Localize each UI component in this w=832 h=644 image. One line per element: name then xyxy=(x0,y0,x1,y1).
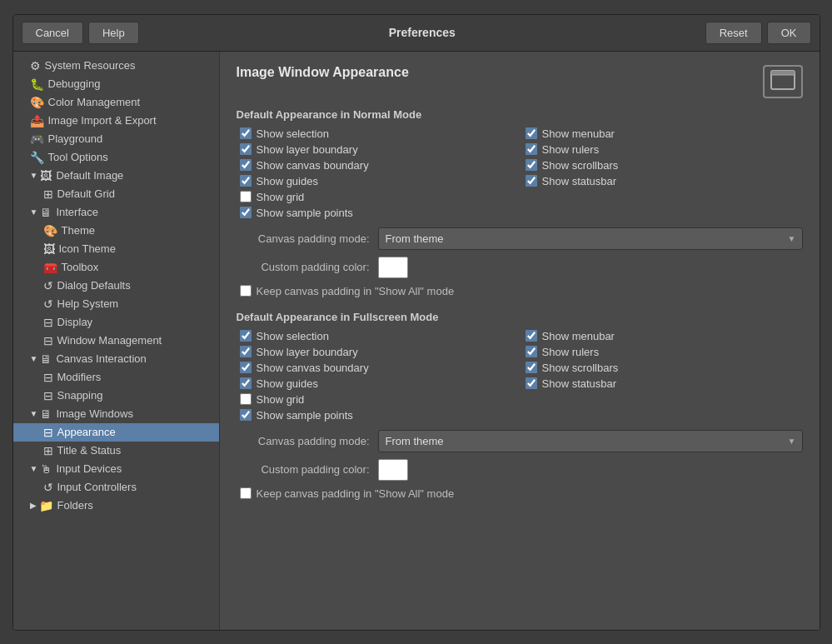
checkbox-show-canvas-boundary-normal[interactable]: Show canvas boundary xyxy=(240,159,517,172)
custom-padding-color-full-row: Custom padding color: xyxy=(237,459,803,481)
canvas-padding-mode-normal-select[interactable]: From theme Light checks Dark checks Cust… xyxy=(378,227,803,250)
sidebar-item-icon-theme[interactable]: 🖼Icon Theme xyxy=(13,240,219,258)
checkbox-show-selection-full[interactable]: Show selection xyxy=(240,330,517,342)
canvas-padding-mode-full-select[interactable]: From theme Light checks Dark checks Cust… xyxy=(378,430,803,452)
sidebar-item-label: Input Controllers xyxy=(57,481,137,493)
sidebar-item-system-resources[interactable]: ⚙System Resources xyxy=(13,57,219,75)
reset-button[interactable]: Reset xyxy=(705,22,762,44)
canvas-padding-mode-normal-row: Canvas padding mode: From theme Light ch… xyxy=(237,227,803,250)
canvas-padding-mode-normal-dropdown-wrap: From theme Light checks Dark checks Cust… xyxy=(378,227,803,250)
canvas-padding-mode-full-label: Canvas padding mode: xyxy=(237,435,370,447)
sidebar-item-image-windows[interactable]: ▼🖥Image Windows xyxy=(13,405,219,423)
keep-padding-normal-row[interactable]: Keep canvas padding in "Show All" mode xyxy=(237,285,803,297)
sidebar: ⚙System Resources🐛Debugging🎨Color Manage… xyxy=(13,52,220,630)
sidebar-item-default-image[interactable]: ▼🖼Default Image xyxy=(13,167,219,185)
checkbox-show-layer-boundary-full[interactable]: Show layer boundary xyxy=(240,346,517,358)
checkbox-show-rulers-normal[interactable]: Show rulers xyxy=(526,143,803,156)
sidebar-item-label: Dialog Defaults xyxy=(57,279,131,292)
canvas-interaction-icon: 🖥 xyxy=(40,352,52,366)
sidebar-item-label: System Resources xyxy=(45,59,136,72)
sidebar-item-theme[interactable]: 🎨Theme xyxy=(13,222,219,240)
checkbox-show-guides-normal[interactable]: Show guides xyxy=(240,175,517,187)
sidebar-item-playground[interactable]: 🎮Playground xyxy=(13,130,219,148)
help-system-icon: ↺ xyxy=(43,297,53,311)
custom-padding-color-full-label: Custom padding color: xyxy=(237,463,370,476)
sidebar-item-display[interactable]: ⊟Display xyxy=(13,313,219,332)
cancel-button[interactable]: Cancel xyxy=(22,22,83,44)
system-resources-icon: ⚙ xyxy=(30,59,41,72)
sidebar-item-help-system[interactable]: ↺Help System xyxy=(13,295,219,313)
sidebar-item-title-status[interactable]: ⊞Title & Status xyxy=(13,442,219,460)
sidebar-item-label: Tool Options xyxy=(48,151,108,163)
arrow-icon: ▼ xyxy=(30,464,38,473)
section-icon xyxy=(763,65,803,98)
header: Cancel Help Preferences Reset OK xyxy=(13,15,820,52)
sidebar-item-label: Interface xyxy=(56,206,98,218)
sidebar-item-label: Theme xyxy=(62,224,95,237)
checkbox-show-menubar-full[interactable]: Show menubar xyxy=(526,330,803,342)
main-content: Image Window Appearance Default Appearan… xyxy=(220,52,820,630)
sidebar-item-window-management[interactable]: ⊟Window Management xyxy=(13,332,219,350)
preferences-dialog: Cancel Help Preferences Reset OK ⚙System… xyxy=(12,14,820,631)
custom-padding-color-full-swatch[interactable] xyxy=(378,459,408,481)
sidebar-item-label: Modifiers xyxy=(57,371,102,383)
checkbox-show-selection-normal[interactable]: Show selection xyxy=(240,127,517,140)
image-import-export-icon: 📤 xyxy=(30,114,44,127)
sidebar-item-label: Default Image xyxy=(56,169,123,182)
folders-icon: 📁 xyxy=(39,499,53,512)
sidebar-item-label: Image Import & Export xyxy=(48,114,157,127)
interface-icon: 🖥 xyxy=(40,206,52,219)
keep-padding-full-row[interactable]: Keep canvas padding in "Show All" mode xyxy=(237,487,803,500)
custom-padding-color-normal-row: Custom padding color: xyxy=(237,257,803,278)
sidebar-item-input-controllers[interactable]: ↺Input Controllers xyxy=(13,478,219,497)
arrow-icon: ▼ xyxy=(30,207,38,217)
sidebar-item-color-management[interactable]: 🎨Color Management xyxy=(13,93,219,112)
checkbox-show-menubar-normal[interactable]: Show menubar xyxy=(526,127,803,140)
sidebar-item-appearance[interactable]: ⊟Appearance xyxy=(13,423,219,442)
custom-padding-color-normal-swatch[interactable] xyxy=(378,257,408,278)
checkbox-show-layer-boundary-normal[interactable]: Show layer boundary xyxy=(240,143,517,156)
body: ⚙System Resources🐛Debugging🎨Color Manage… xyxy=(13,52,820,630)
checkbox-show-sample-points-full[interactable]: Show sample points xyxy=(240,409,517,422)
arrow-icon: ▶ xyxy=(30,501,37,510)
ok-button[interactable]: OK xyxy=(767,22,811,44)
debugging-icon: 🐛 xyxy=(30,77,44,91)
checkbox-show-statusbar-full[interactable]: Show statusbar xyxy=(526,377,803,390)
sidebar-item-label: Canvas Interaction xyxy=(56,352,146,365)
default-grid-icon: ⊞ xyxy=(43,187,53,201)
sidebar-item-label: Default Grid xyxy=(57,187,115,200)
checkbox-show-rulers-full[interactable]: Show rulers xyxy=(526,346,803,358)
checkbox-show-scrollbars-full[interactable]: Show scrollbars xyxy=(526,362,803,374)
sidebar-item-image-import-export[interactable]: 📤Image Import & Export xyxy=(13,112,219,130)
sidebar-item-default-grid[interactable]: ⊞Default Grid xyxy=(13,185,219,203)
sidebar-item-interface[interactable]: ▼🖥Interface xyxy=(13,203,219,222)
checkbox-show-scrollbars-normal[interactable]: Show scrollbars xyxy=(526,159,803,172)
checkbox-show-statusbar-normal[interactable]: Show statusbar xyxy=(526,175,803,187)
keep-padding-full-checkbox[interactable] xyxy=(240,487,252,499)
checkbox-show-grid-normal[interactable]: Show grid xyxy=(240,191,517,203)
tool-options-icon: 🔧 xyxy=(30,151,44,164)
sidebar-item-input-devices[interactable]: ▼🖱Input Devices xyxy=(13,460,219,478)
sidebar-item-toolbox[interactable]: 🧰Toolbox xyxy=(13,258,219,277)
input-devices-icon: 🖱 xyxy=(40,462,52,476)
sidebar-item-label: Snapping xyxy=(57,389,103,402)
sidebar-item-debugging[interactable]: 🐛Debugging xyxy=(13,75,219,93)
sidebar-item-label: Icon Theme xyxy=(59,242,116,255)
checkbox-show-sample-points-normal[interactable]: Show sample points xyxy=(240,207,517,219)
sidebar-item-snapping[interactable]: ⊟Snapping xyxy=(13,387,219,405)
keep-padding-normal-checkbox[interactable] xyxy=(240,285,252,297)
checkbox-show-guides-full[interactable]: Show guides xyxy=(240,377,517,390)
sidebar-item-folders[interactable]: ▶📁Folders xyxy=(13,497,219,515)
sidebar-item-dialog-defaults[interactable]: ↺Dialog Defaults xyxy=(13,277,219,295)
header-right-buttons: Reset OK xyxy=(705,22,811,44)
sidebar-item-modifiers[interactable]: ⊟Modifiers xyxy=(13,368,219,387)
canvas-padding-mode-normal-label: Canvas padding mode: xyxy=(237,232,370,245)
checkbox-show-grid-full[interactable]: Show grid xyxy=(240,393,517,406)
sidebar-item-tool-options[interactable]: 🔧Tool Options xyxy=(13,148,219,167)
sidebar-item-label: Appearance xyxy=(57,426,116,438)
checkbox-show-canvas-boundary-full[interactable]: Show canvas boundary xyxy=(240,362,517,374)
toolbox-icon: 🧰 xyxy=(43,261,57,274)
help-button[interactable]: Help xyxy=(88,22,139,44)
sidebar-item-canvas-interaction[interactable]: ▼🖥Canvas Interaction xyxy=(13,350,219,368)
dialog-defaults-icon: ↺ xyxy=(43,279,53,292)
